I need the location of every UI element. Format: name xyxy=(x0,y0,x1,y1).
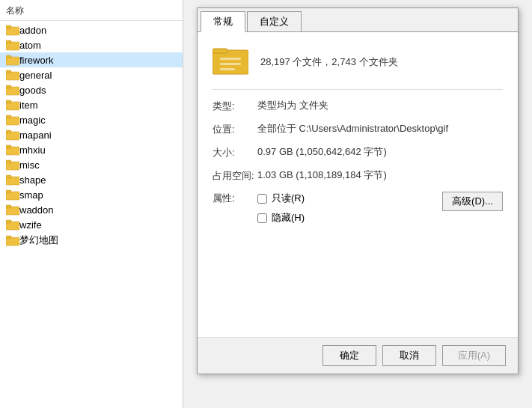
properties-dialog: 常规 自定义 28,197 xyxy=(197,7,519,374)
file-item-name: goods xyxy=(19,85,46,96)
folder-icon-small xyxy=(6,159,19,171)
right-panel: 常规 自定义 28,197 xyxy=(183,0,532,408)
advanced-button[interactable]: 高级(D)... xyxy=(442,192,503,211)
file-list-item[interactable]: misc xyxy=(0,157,183,172)
file-item-name: mhxiu xyxy=(19,144,46,156)
svg-rect-5 xyxy=(6,55,11,58)
size-label: 大小: xyxy=(213,145,257,159)
location-label: 位置: xyxy=(213,122,257,136)
type-value: 类型均为 文件夹 xyxy=(257,99,503,112)
folder-icon-small xyxy=(6,69,19,81)
size-value: 0.97 GB (1,050,642,642 字节) xyxy=(257,145,503,159)
file-list-item[interactable]: mhxiu xyxy=(0,142,183,157)
hidden-label: 隐藏(H) xyxy=(272,211,305,225)
svg-rect-13 xyxy=(6,115,11,118)
attributes-section: 属性: 只读(R) 隐藏(H) xyxy=(213,192,503,231)
attributes-label: 属性: xyxy=(213,192,257,205)
svg-rect-7 xyxy=(6,70,11,73)
location-value: 全部位于 C:\Users\Administrator\Desktop\gif xyxy=(257,122,503,136)
readonly-checkbox[interactable] xyxy=(257,194,267,204)
dialog-tabs: 常规 自定义 xyxy=(198,8,518,32)
file-list-item[interactable]: 梦幻地图 xyxy=(0,232,183,249)
prop-row-occupied: 占用空间: 1.03 GB (1,108,189,184 字节) xyxy=(213,168,503,183)
folder-icon-small xyxy=(6,234,19,246)
folder-icon-small xyxy=(6,39,19,51)
svg-rect-19 xyxy=(6,160,11,163)
file-item-name: item xyxy=(19,100,38,111)
file-list-item[interactable]: general xyxy=(0,67,183,82)
folder-icon-small xyxy=(6,129,19,141)
svg-rect-11 xyxy=(6,100,11,103)
attributes-options: 只读(R) 隐藏(H) 高级(D)... xyxy=(257,192,503,231)
tab-custom[interactable]: 自定义 xyxy=(247,11,302,31)
file-item-name: firework xyxy=(19,55,54,66)
file-item-name: wzife xyxy=(19,219,42,231)
svg-rect-35 xyxy=(220,68,235,70)
file-item-name: 梦幻地图 xyxy=(19,234,58,247)
svg-rect-31 xyxy=(213,50,248,74)
folder-icon-large xyxy=(213,44,248,80)
svg-rect-27 xyxy=(6,220,11,223)
folder-preview: 28,197 个文件，2,743 个文件夹 xyxy=(213,44,503,90)
confirm-button[interactable]: 确定 xyxy=(322,345,376,366)
apply-button[interactable]: 应用(A) xyxy=(442,345,506,366)
file-item-name: misc xyxy=(19,159,40,171)
dialog-footer: 确定 取消 应用(A) xyxy=(198,337,518,374)
tab-general[interactable]: 常规 xyxy=(201,11,245,32)
dialog-content: 28,197 个文件，2,743 个文件夹 类型: 类型均为 文件夹 位置: 全… xyxy=(198,32,518,337)
file-item-name: waddon xyxy=(19,204,54,216)
folder-icon-small xyxy=(6,24,19,36)
file-list-item[interactable]: shape xyxy=(0,172,183,187)
readonly-row: 只读(R) xyxy=(257,192,305,205)
svg-rect-17 xyxy=(6,145,11,148)
folder-icon-small xyxy=(6,204,19,216)
file-list-item[interactable]: wzife xyxy=(0,217,183,232)
prop-row-size: 大小: 0.97 GB (1,050,642,642 字节) xyxy=(213,145,503,159)
file-item-name: atom xyxy=(19,40,41,51)
file-item-name: shape xyxy=(19,174,46,186)
file-explorer-panel: 名称 addon atom firework general xyxy=(0,0,183,408)
file-list-item[interactable]: atom xyxy=(0,37,183,52)
svg-rect-29 xyxy=(6,236,11,239)
file-item-name: addon xyxy=(19,25,46,36)
folder-icon-small xyxy=(6,219,19,231)
occupied-value: 1.03 GB (1,108,189,184 字节) xyxy=(257,168,503,182)
svg-rect-33 xyxy=(220,58,241,60)
hidden-checkbox[interactable] xyxy=(257,213,267,223)
file-list-item[interactable]: item xyxy=(0,97,183,112)
occupied-label: 占用空间: xyxy=(213,168,257,183)
svg-rect-15 xyxy=(6,130,11,133)
folder-icon-small xyxy=(6,54,19,66)
svg-rect-25 xyxy=(6,205,11,208)
type-label: 类型: xyxy=(213,99,257,113)
hidden-row: 隐藏(H) xyxy=(257,211,305,225)
file-list-item[interactable]: addon xyxy=(0,22,183,37)
svg-rect-32 xyxy=(213,49,227,53)
file-item-name: mapani xyxy=(19,130,52,141)
svg-rect-1 xyxy=(6,25,11,28)
file-list-item[interactable]: waddon xyxy=(0,202,183,217)
cancel-button[interactable]: 取消 xyxy=(382,345,436,366)
file-list-item[interactable]: goods xyxy=(0,82,183,97)
folder-summary: 28,197 个文件，2,743 个文件夹 xyxy=(260,55,398,69)
svg-rect-21 xyxy=(6,175,11,178)
column-header: 名称 xyxy=(0,3,183,21)
folder-icon-small xyxy=(6,144,19,156)
readonly-label: 只读(R) xyxy=(272,192,305,205)
folder-icon-small xyxy=(6,99,19,111)
file-list-item[interactable]: firework xyxy=(0,52,183,67)
folder-icon-small xyxy=(6,114,19,126)
folder-icon-small xyxy=(6,189,19,201)
file-list-item[interactable]: smap xyxy=(0,187,183,202)
prop-row-type: 类型: 类型均为 文件夹 xyxy=(213,99,503,113)
file-list: addon atom firework general xyxy=(0,22,183,249)
svg-rect-3 xyxy=(6,40,11,43)
file-item-name: smap xyxy=(19,189,43,201)
svg-rect-34 xyxy=(220,63,241,65)
file-list-item[interactable]: mapani xyxy=(0,127,183,142)
svg-rect-23 xyxy=(6,190,11,193)
prop-row-location: 位置: 全部位于 C:\Users\Administrator\Desktop\… xyxy=(213,122,503,136)
file-item-name: general xyxy=(19,70,52,81)
file-list-item[interactable]: magic xyxy=(0,112,183,127)
file-item-name: magic xyxy=(19,115,46,126)
